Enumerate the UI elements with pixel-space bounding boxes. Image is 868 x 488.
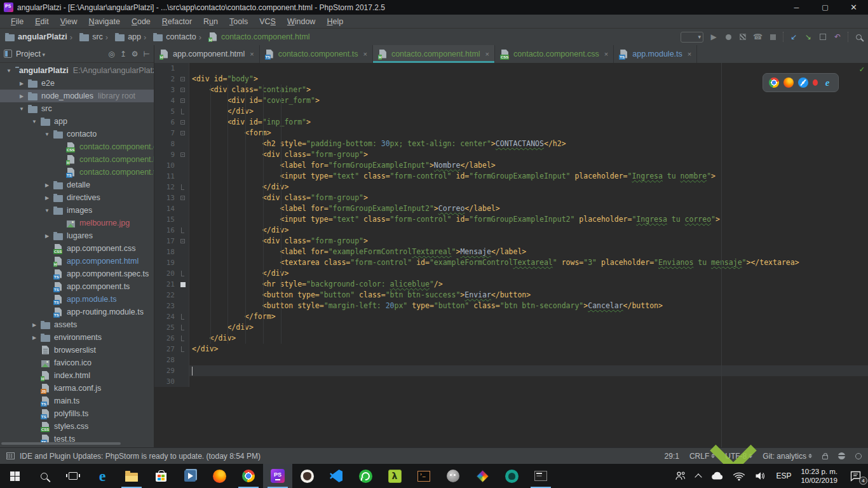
tree-item-src[interactable]: ▼src (0, 102, 154, 115)
horizontal-scrollbar[interactable] (1, 442, 121, 445)
tree-item-polyfills.ts[interactable]: TSpolyfills.ts (0, 407, 154, 420)
undo-icon[interactable]: ↶ (833, 32, 842, 41)
gutter-fold-area[interactable] (179, 247, 189, 257)
tree-item-melbourne.jpg[interactable]: melbourne.jpg (0, 217, 154, 229)
people-icon[interactable] (670, 464, 691, 488)
menu-tools[interactable]: Tools (224, 17, 254, 26)
tab-contacto.component.ts[interactable]: TScontacto.component.ts (260, 45, 373, 63)
tree-item-app[interactable]: ▼app (0, 115, 154, 128)
close-icon[interactable] (250, 50, 254, 58)
code-line-14[interactable]: 14 <label for="formGroupExampleInput2">C… (154, 203, 868, 214)
opera-browser-icon[interactable] (813, 79, 818, 86)
taskbar-clock[interactable]: 10:23 p. m. 10/02/2019 (796, 467, 843, 485)
fold-open-icon[interactable] (180, 131, 185, 135)
expanded-arrow-icon[interactable]: ▼ (41, 132, 53, 137)
taskbar-gitkraken-button[interactable] (497, 464, 526, 488)
gutter-fold-area[interactable] (179, 193, 189, 203)
gutter-fold-area[interactable] (179, 322, 189, 333)
gutter-fold-area[interactable] (179, 225, 189, 236)
code-line-15[interactable]: 15 <input type="text" class="form-contro… (154, 214, 868, 225)
menu-run[interactable]: Run (198, 17, 224, 26)
close-icon[interactable] (688, 50, 691, 58)
gutter-fold-area[interactable] (179, 236, 189, 247)
fold-open-icon[interactable] (180, 120, 185, 125)
code-editor[interactable]: 12<div id="body">3 <div class="container… (154, 63, 868, 447)
collapsed-arrow-icon[interactable]: ▶ (41, 233, 53, 239)
taskbar-search-button[interactable] (29, 464, 58, 488)
tree-item-detalle[interactable]: ▶detalle (0, 179, 154, 191)
close-icon[interactable] (485, 50, 489, 58)
expanded-arrow-icon[interactable]: ▼ (3, 68, 15, 74)
fold-open-icon[interactable] (180, 98, 185, 103)
tree-item-app.component.css[interactable]: CSSapp.component.css (0, 242, 154, 255)
code-line-12[interactable]: 12 </div> (154, 182, 868, 193)
hide-panel-icon[interactable]: ⊢ (144, 50, 150, 58)
tree-item-lugares[interactable]: ▶lugares (0, 229, 154, 242)
bookmark-icon[interactable] (180, 282, 186, 287)
taskbar-task-view-button[interactable] (58, 464, 88, 488)
inspections-ok-icon[interactable] (859, 64, 865, 75)
gutter-fold-area[interactable] (179, 203, 189, 214)
code-line-10[interactable]: 10 <label for="formGroupExampleInput">No… (154, 160, 868, 171)
code-line-27[interactable]: 27</div> (154, 344, 868, 355)
menu-edit[interactable]: Edit (29, 17, 55, 26)
gutter-fold-area[interactable] (179, 182, 189, 193)
code-line-7[interactable]: 7 <form> (154, 128, 868, 139)
collapsed-arrow-icon[interactable]: ▶ (15, 93, 28, 99)
taskbar-dog-app-button[interactable] (292, 464, 322, 488)
tree-item-favicon.ico[interactable]: favicon.ico (0, 356, 154, 369)
project-panel-title[interactable]: Project (16, 50, 45, 58)
stop-icon[interactable] (768, 34, 777, 40)
gutter-fold-area[interactable] (179, 365, 189, 376)
gutter-fold-area[interactable] (179, 344, 189, 355)
gutter-fold-area[interactable] (179, 333, 189, 344)
tree-item-images[interactable]: ▼images (0, 204, 154, 217)
menu-code[interactable]: Code (126, 17, 156, 26)
gutter-fold-area[interactable] (179, 128, 189, 139)
taskbar-terminal-button[interactable] (526, 464, 555, 488)
close-icon[interactable] (604, 50, 608, 58)
taskbar-whatsapp-button[interactable] (351, 464, 380, 488)
gutter-fold-area[interactable] (179, 290, 189, 301)
expanded-arrow-icon[interactable]: ▼ (15, 106, 28, 112)
run-config-dropdown[interactable] (681, 32, 703, 43)
status-widget-crlf[interactable]: CRLF (689, 452, 715, 461)
code-line-23[interactable]: 23 <button style="margin-left: 20px" typ… (154, 301, 868, 311)
code-line-24[interactable]: 24 </form> (154, 311, 868, 322)
status-widget-utf-8[interactable]: UTF-8 (725, 452, 752, 461)
menu-navigate[interactable]: Navigate (83, 17, 126, 26)
menu-window[interactable]: Window (281, 17, 321, 26)
ie-browser-icon[interactable] (822, 78, 832, 88)
tree-item-e2e[interactable]: ▶e2e (0, 77, 154, 90)
gutter-fold-area[interactable] (179, 117, 189, 128)
gutter-fold-area[interactable] (179, 214, 189, 225)
collapsed-arrow-icon[interactable]: ▶ (28, 335, 41, 341)
status-widget-git-analytics[interactable]: Git: analytics (763, 452, 812, 461)
taskbar-lambda-app-button[interactable] (380, 464, 409, 488)
tree-item-app.module.ts[interactable]: TSapp.module.ts (0, 293, 154, 306)
volume-icon[interactable] (750, 464, 771, 488)
breadcrumb-item-src[interactable]: src (69, 32, 104, 42)
tree-item-contacto.component.css[interactable]: CSScontacto.component.css (0, 140, 154, 153)
event-log-icon[interactable] (855, 453, 862, 459)
language-indicator[interactable]: ESP (771, 464, 796, 488)
tree-item-index.html[interactable]: Hindex.html (0, 369, 154, 382)
taskbar-gimp-button[interactable] (438, 464, 468, 488)
wifi-icon[interactable] (728, 464, 750, 488)
tree-item-styles.css[interactable]: CSSstyles.css (0, 420, 154, 433)
gutter-fold-area[interactable] (179, 279, 189, 290)
taskbar-firefox-button[interactable] (205, 464, 234, 488)
menu-refactor[interactable]: Refactor (156, 17, 198, 26)
taskbar-movies-tv-button[interactable] (175, 464, 205, 488)
fold-open-icon[interactable] (180, 77, 185, 81)
collapse-all-icon[interactable]: ↥ (120, 50, 126, 58)
tree-item-karma.conf.js[interactable]: JSkarma.conf.js (0, 382, 154, 395)
code-line-28[interactable]: 28 (154, 355, 868, 365)
gutter-fold-area[interactable] (179, 376, 189, 387)
tree-item-assets[interactable]: ▶assets (0, 318, 154, 331)
status-widget-29-1[interactable]: 29:1 (665, 452, 679, 461)
hector-inspector-icon[interactable] (838, 452, 845, 459)
code-line-2[interactable]: 2<div id="body"> (154, 74, 868, 85)
code-line-29[interactable]: 29 (154, 365, 868, 376)
tree-item-app-routing.module.ts[interactable]: TSapp-routing.module.ts (0, 306, 154, 318)
